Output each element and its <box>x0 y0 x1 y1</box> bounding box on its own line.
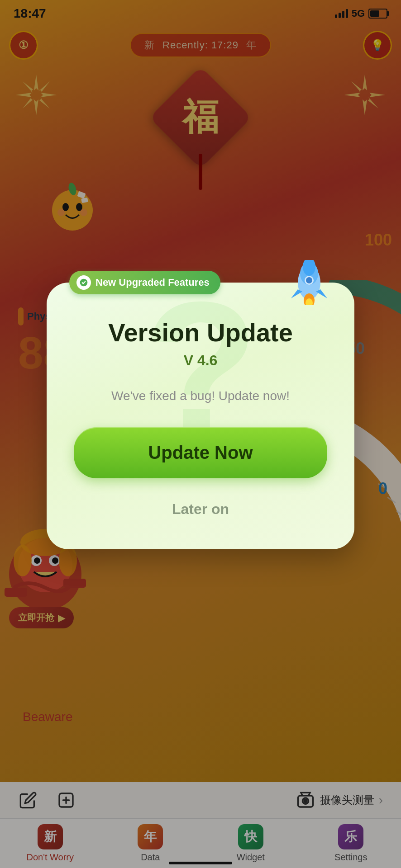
update-now-button[interactable]: Update Now <box>74 427 327 478</box>
later-on-button[interactable]: Later on <box>74 492 327 527</box>
features-badge-text: New Upgraded Features <box>95 277 210 288</box>
modal-card: ? New Upgraded Features <box>47 283 354 549</box>
modal-version: V 4.6 <box>74 352 327 369</box>
modal-content: Version Update V 4.6 We've fixed a bug! … <box>47 283 354 527</box>
modal-title: Version Update <box>74 319 327 347</box>
rocket-decoration-icon <box>282 260 336 305</box>
features-badge: New Upgraded Features <box>69 271 220 294</box>
modal-overlay: ? New Upgraded Features <box>0 0 401 868</box>
svg-point-46 <box>306 277 312 283</box>
features-badge-icon <box>76 275 91 290</box>
modal-description: We've fixed a bug! Update now! <box>74 387 327 405</box>
